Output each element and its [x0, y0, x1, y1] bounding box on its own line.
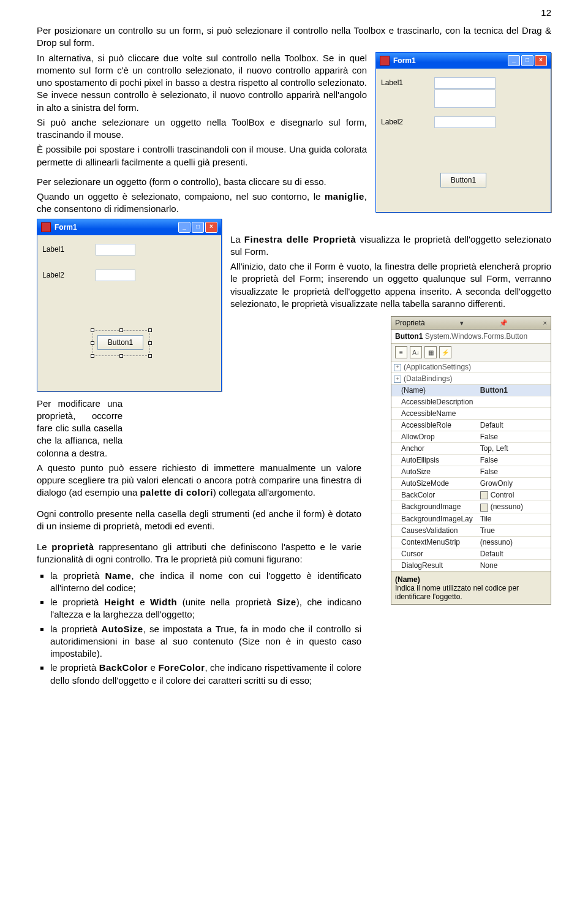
property-value[interactable]: [474, 361, 551, 372]
property-value[interactable]: None: [478, 560, 551, 571]
property-name: Anchor: [401, 444, 424, 453]
property-row[interactable]: (Name)Button1: [391, 385, 551, 396]
minimize-icon-2[interactable]: _: [178, 222, 190, 233]
property-value[interactable]: [474, 373, 551, 384]
property-value[interactable]: Top, Left: [478, 443, 551, 454]
figure-form1-right: Form1 _ □ × Label1 Label2 Button1: [375, 52, 551, 213]
property-name: AccessibleDescription: [401, 398, 473, 406]
form-textbox-multiline[interactable]: [434, 89, 496, 108]
property-value[interactable]: [478, 396, 551, 407]
property-row[interactable]: BackgroundImage(nessuno): [391, 501, 551, 513]
form-button1[interactable]: Button1: [440, 173, 486, 187]
property-row[interactable]: CursorDefault: [391, 548, 551, 560]
property-row[interactable]: AllowDropFalse: [391, 431, 551, 443]
list-item: la proprietà AutoSize, se impostata a Tr…: [50, 623, 361, 660]
close-icon-2[interactable]: ×: [205, 222, 217, 233]
app-icon-2: [41, 222, 51, 232]
property-row[interactable]: AccessibleName: [391, 408, 551, 420]
form-label1: Label1: [381, 78, 403, 87]
paragraph-12: Le proprietà rappresentano gli attributi…: [37, 541, 361, 566]
property-value[interactable]: False: [478, 466, 551, 477]
properties-grid[interactable]: +(ApplicationSettings)+(DataBindings)(Na…: [391, 361, 551, 572]
list-item: le proprietà Height e Width (unite nella…: [50, 596, 361, 621]
window-titlebar[interactable]: Form1 _ □ ×: [376, 53, 551, 69]
form-textbox2[interactable]: [434, 116, 496, 128]
property-row[interactable]: CausesValidationTrue: [391, 525, 551, 537]
window-title: Form1: [393, 56, 416, 65]
expand-icon[interactable]: +: [394, 364, 401, 371]
property-row[interactable]: ContextMenuStrip(nessuno): [391, 537, 551, 548]
property-name: (ApplicationSettings): [404, 363, 471, 371]
property-name: AutoEllipsis: [401, 456, 439, 464]
app-icon: [380, 56, 390, 66]
form2-textbox1[interactable]: [96, 244, 135, 255]
property-value[interactable]: [478, 408, 551, 419]
property-value[interactable]: (nessuno): [478, 501, 551, 512]
property-value[interactable]: True: [478, 525, 551, 536]
property-value[interactable]: Default: [478, 420, 551, 431]
expand-icon[interactable]: +: [394, 376, 401, 383]
figure-form1-left: Form1 _ □ × Label1 Label2: [37, 219, 222, 391]
form2-textbox2[interactable]: [96, 270, 135, 281]
property-name: Cursor: [401, 550, 423, 558]
color-swatch-icon: [480, 491, 488, 499]
property-value[interactable]: False: [478, 455, 551, 466]
events-tab-icon[interactable]: ⚡: [439, 346, 451, 358]
property-row[interactable]: +(ApplicationSettings): [391, 361, 551, 373]
window-title-2: Form1: [55, 223, 77, 232]
property-row[interactable]: AnchorTop, Left: [391, 443, 551, 455]
property-row[interactable]: BackgroundImageLayTile: [391, 513, 551, 525]
property-name: DialogResult: [401, 561, 443, 570]
form2-label1: Label1: [42, 245, 64, 254]
paragraph-10: A questo punto può essere richiesto di i…: [37, 462, 361, 499]
properties-subtitle[interactable]: Button1 System.Windows.Forms.Button: [391, 330, 551, 344]
color-swatch-icon: [480, 504, 488, 512]
minimize-icon[interactable]: _: [508, 55, 520, 66]
maximize-icon[interactable]: □: [521, 55, 533, 66]
property-row[interactable]: BackColorControl: [391, 490, 551, 501]
property-name: AllowDrop: [401, 433, 435, 441]
property-value[interactable]: GrowOnly: [478, 478, 551, 489]
form2-button1[interactable]: Button1: [97, 335, 143, 350]
properties-help: (Name) Indica il nome utilizzato nel cod…: [391, 572, 551, 604]
properties-tab-icon[interactable]: ▦: [424, 346, 437, 358]
property-name: AutoSize: [401, 467, 431, 476]
property-row[interactable]: AccessibleDescription: [391, 396, 551, 408]
properties-panel: Proprietà ▾ 📌 × Button1 System.Windows.F…: [391, 316, 551, 605]
properties-toolbar: ≡ A↓ ▦ ⚡: [391, 344, 551, 361]
property-value[interactable]: False: [478, 431, 551, 442]
property-row[interactable]: AutoSizeFalse: [391, 466, 551, 478]
property-name: AccessibleName: [401, 409, 456, 418]
property-name: (Name): [401, 386, 426, 395]
property-row[interactable]: AccessibleRoleDefault: [391, 420, 551, 431]
property-value[interactable]: Button1: [478, 385, 551, 396]
property-value[interactable]: (nessuno): [478, 537, 551, 548]
property-row[interactable]: +(DataBindings): [391, 373, 551, 385]
close-icon[interactable]: ×: [535, 55, 547, 66]
property-row[interactable]: DialogResultNone: [391, 560, 551, 572]
window-titlebar-2[interactable]: Form1 _ □ ×: [37, 219, 221, 235]
form-textbox1[interactable]: [434, 77, 496, 89]
property-name: (DataBindings): [404, 374, 452, 383]
property-row[interactable]: AutoSizeModeGrowOnly: [391, 478, 551, 490]
property-value[interactable]: Default: [478, 548, 551, 559]
properties-list: la proprietà Name, che indica il nome co…: [50, 570, 361, 687]
categorized-icon[interactable]: ≡: [395, 346, 407, 358]
property-name: AccessibleRole: [401, 421, 451, 429]
alphabetical-icon[interactable]: A↓: [410, 346, 422, 358]
properties-title: Proprietà: [395, 319, 425, 327]
property-value[interactable]: Tile: [478, 513, 551, 524]
property-row[interactable]: AutoEllipsisFalse: [391, 455, 551, 466]
list-item: le proprietà BackColor e ForeColor, che …: [50, 662, 361, 687]
form2-label2: Label2: [42, 271, 64, 279]
property-name: BackgroundImage: [401, 502, 461, 511]
pin-icon[interactable]: 📌: [499, 319, 508, 327]
dropdown-icon[interactable]: ▾: [460, 319, 464, 327]
page-number: 12: [541, 7, 551, 18]
form-label2: Label2: [381, 118, 403, 126]
property-value[interactable]: Control: [478, 490, 551, 501]
properties-titlebar[interactable]: Proprietà ▾ 📌 ×: [391, 317, 551, 330]
paragraph-11: Ogni controllo presente nella casella de…: [37, 508, 361, 533]
close-panel-icon[interactable]: ×: [543, 319, 547, 327]
maximize-icon-2[interactable]: □: [192, 222, 204, 233]
